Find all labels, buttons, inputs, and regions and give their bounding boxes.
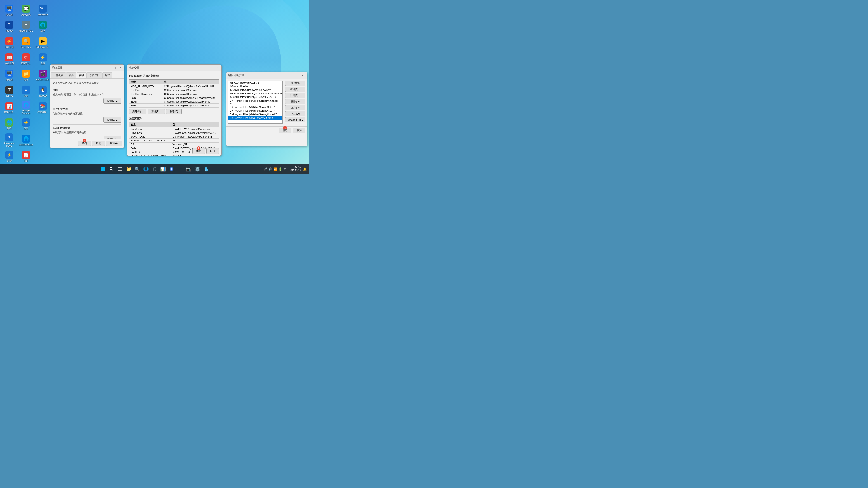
taskbar-camera-btn[interactable]: 📷 [185, 165, 193, 173]
user-vars-new-btn[interactable]: 新建(N)... [129, 109, 146, 114]
edit-env-item-6[interactable]: C:\Program Files (x86)\NetSarang\Xftp 7\ [228, 105, 282, 109]
edit-env-item-7[interactable]: C:\Program Files (x86)\NetSarang\Xpd 7\ [228, 109, 282, 112]
desktop-icon-11[interactable]: 💬 腾讯会议 [18, 2, 34, 18]
taskbar-mic-icon[interactable]: 🎤 [263, 167, 268, 171]
desktop-icon-5[interactable]: 🖥️ 此电脑 [1, 67, 18, 83]
taskbar-clock[interactable]: 16:14 2022/12/15 [288, 166, 302, 172]
user-var-1[interactable]: MOZ_PLUGIN_PATHC:\Program Files (x86)\Fo… [129, 85, 219, 88]
taskbar-keyboard-icon[interactable]: 拼 [283, 167, 287, 171]
sys-var-8[interactable]: PROCESSOR_ARCHITECTUREAMD64 [129, 154, 219, 156]
taskbar-network-icon[interactable]: 📶 [273, 167, 278, 171]
desktop-icon-2[interactable]: T ToDesk [1, 19, 18, 34]
desktop-icon-16[interactable]: X 迅雷 [18, 84, 34, 99]
taskbar-chrome-btn[interactable] [167, 165, 176, 173]
taskbar-cortana-btn[interactable]: 🎵 [150, 165, 158, 173]
user-vars-delete-btn[interactable]: 删除(D) [166, 109, 181, 114]
edit-env-browse-btn[interactable]: 浏览(B)... [285, 93, 305, 98]
sysprops-minimize-btn[interactable]: ─ [108, 66, 112, 70]
envvars-cancel-btn[interactable]: 取消 [206, 148, 219, 154]
taskbar-file-explorer-btn[interactable]: 📁 [125, 165, 133, 173]
desktop-icon-1[interactable]: 🖥️ 此电脑 [1, 2, 18, 18]
edit-env-item-8[interactable]: C:\Program Files (x86)\NetSarang\Xshell … [228, 112, 282, 116]
desktop-icon-10[interactable]: ⚡ 迅雷 [1, 149, 18, 164]
user-vars-edit-btn[interactable]: 编辑(E)... [148, 109, 165, 114]
user-profile-settings-btn[interactable]: 设置(E)... [103, 117, 121, 123]
taskbar-task-view-btn[interactable] [116, 165, 124, 173]
edit-env-item-3[interactable]: %SYSTEMROOT%\System32\WindowsPowerShell\… [228, 92, 282, 95]
desktop-icon-26[interactable]: 🐧 腾讯QQ [35, 84, 51, 99]
sysprops-cancel-btn[interactable]: 取消 [92, 140, 105, 146]
sys-var-2[interactable]: DriverDataC:\Windows\System32\Drivers\Dr… [129, 131, 219, 135]
desktop-icon-7[interactable]: 📊 极速数据... [1, 100, 18, 116]
envvars-close-btn[interactable]: ✕ [215, 66, 219, 70]
edit-env-item-0[interactable]: %SystemRoot%\system32 [228, 81, 282, 85]
taskbar-search2-btn[interactable]: 🔍 [133, 165, 141, 173]
edit-env-edit-text-btn[interactable]: 编辑文本(T)... [285, 117, 305, 123]
tab-advanced[interactable]: 高级 [76, 72, 87, 78]
tab-remote[interactable]: 远程 [102, 72, 112, 78]
sys-var-4[interactable]: NUMBER_OF_PROCESSORS24 [129, 139, 219, 142]
taskbar-search-btn[interactable] [107, 165, 116, 173]
edit-env-cancel-btn[interactable]: 取消 [293, 128, 305, 133]
user-vars-btns: 新建(N)... 编辑(E)... 删除(D) [129, 109, 219, 114]
edit-env-edit-btn[interactable]: 编辑(E)... [285, 87, 305, 92]
edit-env-new-btn[interactable]: 新建(N) [285, 80, 305, 86]
edit-env-item-2[interactable]: %SYSTEMROOT%\System32\Wbem [228, 88, 282, 92]
edit-env-list[interactable]: %SystemRoot%\system32 %SystemRoot% %SYST… [228, 80, 283, 124]
edit-env-item-4[interactable]: %SYSTEMROOT%\System32\OpenSSH\ [228, 95, 282, 99]
desktop-icon-23[interactable]: ▶ PotPlayer Bi... [35, 35, 51, 51]
user-var-6[interactable]: TMPC:\Users\liuguanglei\AppData\Local\Te… [129, 104, 219, 107]
desktop-icon-18[interactable]: ⚡ 迅雷 [18, 116, 34, 132]
perf-settings-btn[interactable]: 设置(S)... [103, 98, 121, 104]
user-var-5[interactable]: TEMPC:\Users\liuguanglei\AppData\Local\T… [129, 100, 219, 104]
taskbar-start-btn[interactable] [99, 165, 107, 173]
taskbar-volume-icon[interactable]: 🔊 [268, 167, 273, 171]
user-var-4[interactable]: PathC:\Users\liuguanglei\AppData\Local\M… [129, 96, 219, 100]
desktop-icon-15[interactable]: 📁 程序 [18, 67, 34, 83]
desktop-icon-20[interactable]: 📄 PDF [18, 149, 34, 164]
desktop-icon-3[interactable]: ⚡ 迅雷下载 [1, 35, 18, 51]
taskbar-battery-icon[interactable]: 🔋 [278, 167, 283, 171]
desktop-icon-4[interactable]: 📖 有道桌面 [1, 51, 18, 67]
tab-computer-name[interactable]: 计算机名 [51, 72, 66, 78]
sysprops-close-btn[interactable]: ✕ [118, 66, 122, 70]
edit-env-close-btn[interactable]: ✕ [300, 72, 305, 78]
desktop-icon-27[interactable]: 📚 钉钉讲课... [35, 100, 51, 116]
taskbar-wps-btn[interactable]: 📊 [159, 165, 167, 173]
edit-env-down-btn[interactable]: 下移(O) [285, 111, 305, 116]
tab-hardware[interactable]: 硬件 [66, 72, 76, 78]
edit-env-item-5[interactable]: C:\Program Files (x86)\NetSarang\Xmanage… [228, 99, 282, 105]
sysprops-maximize-btn[interactable]: □ [113, 66, 117, 70]
taskbar-edge-btn[interactable]: 🌐 [142, 165, 150, 173]
desktop-icon-9[interactable]: X Xmanager Pow... [1, 132, 18, 148]
sys-var-5[interactable]: OSWindows_NT [129, 142, 219, 147]
taskbar-notification-icon[interactable]: 🔔 [303, 167, 307, 171]
desktop-icon-17[interactable]: 🌐 Google Chrome [18, 100, 34, 116]
desktop-icon-12[interactable]: V VMware Wor... [18, 19, 34, 34]
desktop-icon-14[interactable]: 拼 百度输入... [18, 51, 34, 67]
edit-env-up-btn[interactable]: 上移(U) [285, 105, 305, 110]
sys-var-1[interactable]: ComSpecC:\WINDOWS\system32\cmd.exe [129, 127, 219, 131]
taskbar-terminal-btn[interactable]: T [176, 165, 184, 173]
sys-var-3[interactable]: JAVA_HOMEC:\Program Files\Java\jdk1.8.0_… [129, 135, 219, 139]
desktop-icon-19[interactable]: 🌐 Microsoft Edge [18, 132, 34, 148]
desktop-icon-13[interactable]: 🔍 Everything [18, 35, 34, 51]
desktop-icon-24[interactable]: ⚡ 迅雷 [35, 51, 51, 67]
user-var-3[interactable]: OneDriveConsumerC:\Users\liuguanglei\One… [129, 92, 219, 96]
desktop-icon-8[interactable]: 🌐 翻译 [1, 116, 18, 132]
desktop-icon-21[interactable]: Win WindTerm [35, 2, 51, 18]
edit-env-titlebar: 编辑环境变量 ✕ [226, 72, 307, 79]
taskbar-misc-btn[interactable]: 💧 [202, 165, 210, 173]
edit-env-item-9[interactable]: C:\Program Files (x86)\Tencent\QQ\Bin [228, 116, 282, 120]
desktop-icon-6[interactable]: T Typora [1, 84, 18, 99]
edit-env-controls: ✕ [300, 72, 305, 78]
edit-env-ok-badge: 1 [283, 126, 287, 129]
desktop-icon-25[interactable]: 🎬 ScreenToGIF [35, 67, 51, 83]
sysprops-apply-btn[interactable]: 应用(A) [106, 140, 122, 146]
user-var-2[interactable]: OneDriveC:\Users\liuguanglei\OneDrive [129, 88, 219, 92]
tab-system-protection[interactable]: 系统保护 [87, 72, 102, 78]
taskbar-settings-btn[interactable]: ⚙️ [193, 165, 202, 173]
edit-env-item-1[interactable]: %SystemRoot% [228, 85, 282, 88]
edit-env-delete-btn[interactable]: 删除(D) [285, 99, 305, 104]
desktop-icon-22[interactable]: 🌐 翻译 [35, 19, 51, 34]
